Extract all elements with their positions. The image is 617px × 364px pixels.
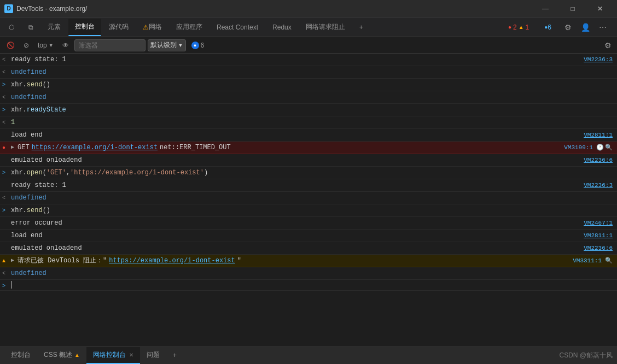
expand-arrow: > (2, 206, 10, 216)
close-tab-icon[interactable]: ✕ (129, 352, 133, 358)
tab-device[interactable]: ⧉ (22, 19, 40, 36)
line-text: undefined (11, 67, 613, 77)
stop-errors-button[interactable]: ⊘ (20, 39, 32, 51)
line-value: xhr.open('GET','https://example.org/i-do… (11, 168, 208, 178)
profile-icon[interactable]: 👤 (578, 20, 593, 35)
tab-redux-label: Redux (272, 24, 292, 31)
bottom-tab-add[interactable]: + (166, 347, 183, 364)
console-input-line: > (0, 280, 617, 291)
line-source[interactable]: VM2811:1 (573, 130, 613, 140)
line-source[interactable]: VM2467:1 (573, 218, 613, 228)
line-text: xhr.send() (11, 206, 613, 215)
tab-console-label: 控制台 (75, 22, 95, 31)
tab-application-label: 应用程序 (176, 22, 202, 32)
tab-application[interactable]: 应用程序 (170, 19, 209, 36)
tab-inspect[interactable]: ⬡ (2, 19, 21, 36)
line-source[interactable]: VM2236:6 (573, 243, 613, 253)
msg-badge[interactable]: ● 6 (538, 19, 558, 36)
tab-add[interactable]: + (353, 19, 370, 36)
expand-arrow: > (2, 80, 10, 90)
minimize-button[interactable]: — (533, 0, 558, 17)
expand-arrow: > (2, 105, 10, 115)
line-value: emulated onloadend (11, 243, 82, 253)
bottom-tab-issues[interactable]: 问题 (140, 347, 166, 364)
message-count-indicator: ● 6 (191, 42, 205, 49)
input-arrow: > (2, 281, 10, 291)
console-output[interactable]: < ready state: 1 VM2236:3 < undefined > … (0, 54, 617, 347)
console-line: < ready state: 1 VM2236:3 (0, 54, 617, 66)
eye-button[interactable]: 👁 (59, 39, 72, 51)
error-count: 2 (513, 24, 517, 31)
warn-count: 1 (526, 24, 529, 31)
line-source[interactable]: VM2811:1 (573, 231, 613, 240)
error-dot-icon: ● (508, 24, 511, 30)
line-arrow-left: < (2, 193, 10, 203)
bottom-bar: 控制台 CSS 概述 ▲ 网络控制台 ✕ 问题 + CSDN @郁蒸十风 (0, 347, 617, 364)
top-label: top (38, 42, 47, 49)
search-icon[interactable]: 🔍 (605, 257, 613, 265)
line-text: xhr.readyState (11, 105, 613, 115)
bottom-tab-console[interactable]: 控制台 (4, 347, 37, 364)
line-arrow-left: < (2, 93, 10, 103)
log-level-label: 默认级别 (150, 40, 177, 50)
line-source[interactable]: VM2236:3 (573, 55, 613, 64)
tab-elements-label: 元素 (48, 22, 61, 32)
more-icon[interactable]: ⋯ (595, 20, 610, 35)
tab-redux[interactable]: Redux (266, 19, 298, 36)
line-source[interactable]: VM3311:1 (562, 256, 602, 266)
line-value: load end (11, 231, 43, 240)
line-text: undefined (11, 193, 613, 203)
log-level-selector[interactable]: 默认级别 ▼ (148, 39, 186, 51)
line-arrow-left: < (2, 118, 10, 128)
line-source[interactable]: VM3199:1 (553, 143, 593, 152)
error-url[interactable]: https://example.org/i-dont-exist (32, 143, 158, 152)
expand-icon[interactable]: ▶ (11, 256, 14, 266)
error-type: net::ERR_TIMED_OUT (160, 143, 231, 152)
line-source[interactable]: VM2236:3 (573, 180, 613, 190)
add-tab-icon: + (359, 24, 363, 31)
tab-source[interactable]: 源代码 (102, 19, 135, 36)
line-text: ready state: 1 (11, 180, 573, 190)
console-line: error occured VM2467:1 (0, 217, 617, 230)
css-warn-icon: ▲ (74, 352, 80, 358)
tab-elements[interactable]: 元素 (41, 19, 67, 36)
tab-network[interactable]: ⚠ 网络 (136, 19, 168, 36)
filter-input[interactable] (74, 39, 145, 51)
line-arrow-left: < (2, 68, 10, 78)
warn-url[interactable]: https://example.org/i-dont-exist (109, 256, 235, 266)
tab-react-context[interactable]: React Context (210, 19, 265, 36)
clock-icon[interactable]: 🕐 (596, 144, 604, 151)
line-value: undefined (11, 268, 46, 278)
top-context-selector[interactable]: top ▼ (34, 39, 57, 51)
bottom-tab-network-console[interactable]: 网络控制台 ✕ (86, 347, 140, 364)
clear-console-button[interactable]: 🚫 (3, 39, 18, 51)
console-line: load end VM2811:1 (0, 230, 617, 242)
add-bottom-tab-icon: + (173, 351, 177, 359)
search-icon[interactable]: 🔍 (605, 144, 613, 151)
line-text: 1 (11, 118, 613, 127)
msg-count: 6 (548, 24, 551, 31)
line-text: emulated onloadend (11, 155, 573, 165)
warn-text: 请求已被 DevTools 阻止：" (18, 256, 107, 266)
settings-icon[interactable]: ⚙ (560, 20, 575, 35)
warn-triangle-icon: ⚠ (143, 24, 149, 31)
line-action-icons: VM3199:1 🕐 🔍 (553, 143, 613, 152)
line-value: xhr.send() (11, 80, 50, 90)
close-button[interactable]: ✕ (587, 0, 613, 17)
line-source[interactable]: VM2236:6 (573, 155, 613, 165)
tab-console[interactable]: 控制台 (68, 19, 101, 36)
line-text: xhr.open('GET','https://example.org/i-do… (11, 168, 613, 178)
console-settings-icon[interactable]: ⚙ (602, 39, 614, 51)
line-value: error occured (11, 218, 62, 228)
line-arrow-left: < (2, 55, 10, 65)
line-text[interactable] (11, 281, 613, 289)
bottom-tab-css[interactable]: CSS 概述 ▲ (37, 347, 86, 364)
tab-network-block[interactable]: 网络请求阻止 (299, 19, 352, 36)
get-label: GET (18, 143, 30, 152)
line-text: ready state: 1 (11, 55, 573, 64)
console-line: emulated onloadend VM2236:6 (0, 154, 617, 167)
expand-icon[interactable]: ▶ (11, 143, 14, 152)
error-badge[interactable]: ● 2 ▲ 1 (502, 19, 535, 36)
maximize-button[interactable]: □ (560, 0, 585, 17)
msg-count-num: 6 (201, 42, 205, 49)
